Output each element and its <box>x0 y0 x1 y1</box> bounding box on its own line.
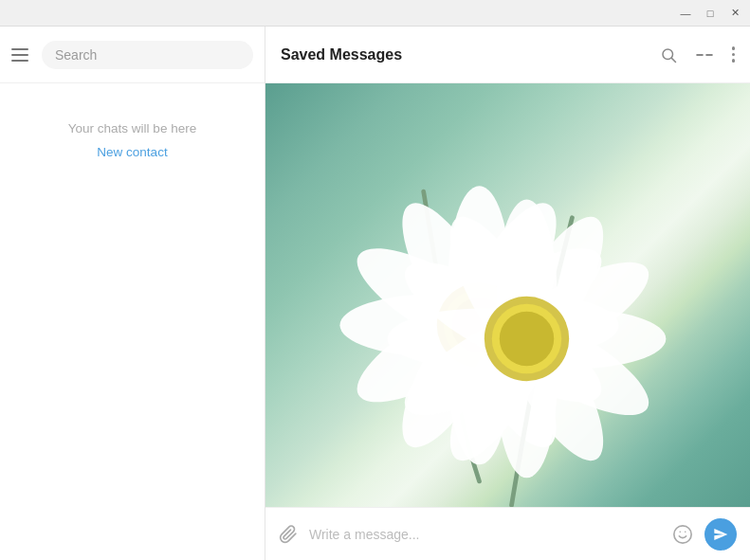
search-icon[interactable] <box>660 46 677 63</box>
sidebar-header <box>0 27 265 83</box>
svg-line-1 <box>671 58 675 62</box>
maximize-button[interactable]: □ <box>703 6 718 21</box>
hamburger-icon[interactable] <box>11 45 32 65</box>
app-body: Your chats will be here New contact Save… <box>0 27 750 560</box>
titlebar: — □ ✕ <box>0 0 750 27</box>
svg-point-31 <box>500 312 554 366</box>
message-input[interactable] <box>309 527 661 542</box>
chat-background <box>265 83 750 507</box>
chat-title: Saved Messages <box>281 46 402 63</box>
column-layout-icon[interactable] <box>696 48 713 62</box>
chat-messages <box>265 83 750 507</box>
more-options-icon[interactable] <box>732 46 736 63</box>
chat-input-bar <box>265 507 750 560</box>
empty-chats-text: Your chats will be here <box>68 121 196 135</box>
svg-point-32 <box>674 525 691 542</box>
minimize-button[interactable]: — <box>678 6 693 21</box>
close-button[interactable]: ✕ <box>727 6 742 21</box>
chat-header-actions <box>660 46 736 63</box>
chat-area: Saved Messages <box>265 27 750 560</box>
search-input[interactable] <box>55 47 240 63</box>
input-right-icons <box>672 518 737 551</box>
sidebar-empty-state: Your chats will be here New contact <box>0 83 265 560</box>
send-button[interactable] <box>704 518 737 551</box>
search-input-wrap <box>42 41 253 69</box>
emoji-icon[interactable] <box>672 524 693 545</box>
attach-icon[interactable] <box>279 525 298 544</box>
new-contact-link[interactable]: New contact <box>97 145 167 159</box>
sidebar: Your chats will be here New contact <box>0 27 265 560</box>
daisy-right <box>284 112 750 507</box>
chat-header: Saved Messages <box>265 27 750 83</box>
